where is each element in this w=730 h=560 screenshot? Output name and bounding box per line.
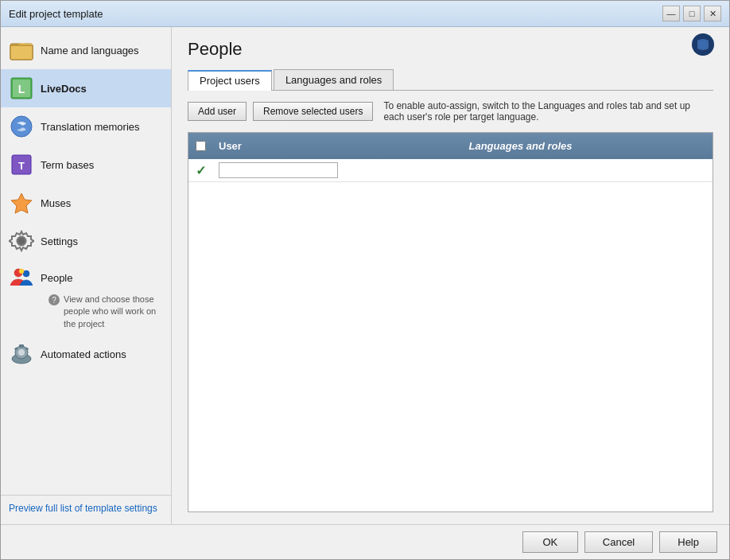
user-input-field[interactable] bbox=[219, 162, 338, 178]
sidebar-item-label-muses: Muses bbox=[41, 197, 71, 209]
svg-rect-1 bbox=[10, 45, 33, 60]
sidebar-item-translation-memories[interactable]: Translation memories bbox=[1, 107, 171, 146]
add-user-button[interactable]: Add user bbox=[188, 102, 247, 121]
svg-text:L: L bbox=[18, 83, 25, 95]
close-button[interactable]: ✕ bbox=[704, 6, 721, 21]
people-icon bbox=[9, 265, 34, 290]
termbase-icon: T bbox=[9, 152, 34, 177]
title-bar-controls: — □ ✕ bbox=[662, 6, 721, 21]
bottom-bar: OK Cancel Help bbox=[1, 524, 729, 559]
logo-area bbox=[691, 33, 715, 59]
tm-icon bbox=[9, 114, 34, 139]
checkbox-header-cell bbox=[188, 137, 212, 155]
sidebar: Name and languages L LiveDocs bbox=[1, 27, 172, 524]
right-panel: People Project users Languages and roles… bbox=[172, 27, 729, 524]
sidebar-item-label-tm: Translation memories bbox=[41, 121, 140, 133]
cancel-button[interactable]: Cancel bbox=[584, 531, 653, 553]
toolbar: Add user Remove selected users To enable… bbox=[188, 100, 713, 122]
row-checkbox-cell: ✓ bbox=[188, 159, 212, 181]
sidebar-item-term-bases[interactable]: T Term bases bbox=[1, 146, 171, 184]
users-table: User Languages and roles ✓ bbox=[188, 132, 713, 512]
sidebar-item-label-people: People bbox=[41, 272, 72, 284]
folder-icon bbox=[9, 37, 34, 63]
minimize-button[interactable]: — bbox=[662, 6, 680, 21]
help-button[interactable]: Help bbox=[659, 531, 717, 553]
select-all-checkbox[interactable] bbox=[196, 141, 206, 151]
tab-project-users[interactable]: Project users bbox=[188, 70, 272, 91]
settings-icon bbox=[9, 228, 34, 254]
svg-point-15 bbox=[18, 349, 25, 356]
title-bar: Edit project template — □ ✕ bbox=[1, 1, 729, 27]
sidebar-item-livedocs[interactable]: L LiveDocs bbox=[1, 69, 171, 107]
tabs-container: Project users Languages and roles bbox=[188, 69, 713, 91]
svg-point-5 bbox=[11, 116, 32, 137]
main-content: Name and languages L LiveDocs bbox=[1, 27, 729, 524]
languages-header-cell: Languages and roles bbox=[463, 137, 713, 155]
table-header: User Languages and roles bbox=[188, 133, 713, 159]
svg-point-20 bbox=[699, 41, 707, 49]
toolbar-info-text: To enable auto-assign, switch to the Lan… bbox=[383, 100, 713, 122]
remove-selected-button[interactable]: Remove selected users bbox=[253, 102, 373, 121]
automated-icon bbox=[9, 341, 34, 367]
sidebar-item-label-settings: Settings bbox=[41, 235, 78, 247]
row-languages-cell bbox=[463, 159, 713, 181]
window-title: Edit project template bbox=[9, 8, 103, 20]
svg-text:T: T bbox=[18, 160, 25, 172]
people-sub-text: View and choose those people who will wo… bbox=[64, 294, 163, 330]
people-top-row: People bbox=[9, 265, 163, 290]
muses-icon bbox=[9, 190, 34, 216]
livedocs-icon: L bbox=[9, 76, 34, 101]
user-header-cell: User bbox=[212, 137, 463, 155]
panel-title: People bbox=[188, 39, 713, 60]
preview-link[interactable]: Preview full list of template settings bbox=[9, 503, 157, 514]
ok-button[interactable]: OK bbox=[522, 531, 578, 553]
row-checkmark: ✓ bbox=[196, 163, 206, 178]
svg-point-12 bbox=[19, 269, 24, 274]
main-window: Edit project template — □ ✕ Name and lan… bbox=[0, 0, 730, 560]
table-row: ✓ bbox=[188, 159, 713, 182]
sidebar-item-settings[interactable]: Settings bbox=[1, 222, 171, 260]
sidebar-item-label-livedocs: LiveDocs bbox=[41, 83, 87, 95]
sidebar-item-automated-actions[interactable]: Automated actions bbox=[1, 335, 171, 373]
sidebar-item-name-and-languages[interactable]: Name and languages bbox=[1, 31, 171, 69]
sidebar-footer: Preview full list of template settings bbox=[1, 495, 171, 520]
people-description: ? View and choose those people who will … bbox=[49, 294, 163, 330]
sidebar-item-muses[interactable]: Muses bbox=[1, 184, 171, 222]
question-icon: ? bbox=[49, 294, 60, 305]
maximize-button[interactable]: □ bbox=[683, 6, 701, 21]
sidebar-item-label-termbases: Term bases bbox=[41, 159, 94, 171]
sidebar-item-label-automated: Automated actions bbox=[41, 348, 126, 360]
sidebar-item-people[interactable]: People ? View and choose those people wh… bbox=[1, 260, 171, 335]
tab-languages-and-roles[interactable]: Languages and roles bbox=[274, 69, 394, 90]
sidebar-item-label-name: Name and languages bbox=[41, 45, 139, 56]
svg-rect-16 bbox=[19, 344, 24, 348]
row-user-cell bbox=[212, 159, 463, 181]
